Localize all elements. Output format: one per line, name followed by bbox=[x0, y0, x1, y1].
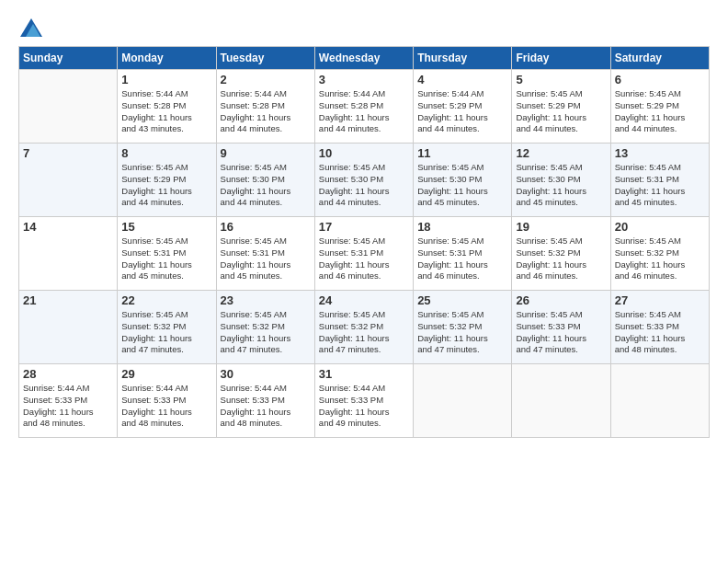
cell-info: Sunrise: 5:45 AM Sunset: 5:29 PM Dayligh… bbox=[615, 88, 705, 135]
cell-info: Sunrise: 5:45 AM Sunset: 5:32 PM Dayligh… bbox=[221, 309, 311, 356]
calendar-cell: 21 bbox=[19, 291, 118, 364]
cell-info: Sunrise: 5:45 AM Sunset: 5:32 PM Dayligh… bbox=[417, 309, 507, 356]
cell-info: Sunrise: 5:45 AM Sunset: 5:30 PM Dayligh… bbox=[319, 162, 409, 209]
calendar-week-row: 78Sunrise: 5:45 AM Sunset: 5:29 PM Dayli… bbox=[19, 144, 710, 217]
cell-info: Sunrise: 5:45 AM Sunset: 5:31 PM Dayligh… bbox=[615, 162, 705, 209]
calendar-cell: 28Sunrise: 5:44 AM Sunset: 5:33 PM Dayli… bbox=[19, 364, 118, 438]
calendar: SundayMondayTuesdayWednesdayThursdayFrid… bbox=[18, 46, 710, 438]
day-number: 15 bbox=[121, 220, 211, 234]
day-number: 1 bbox=[121, 73, 211, 86]
cell-info: Sunrise: 5:44 AM Sunset: 5:29 PM Dayligh… bbox=[417, 88, 507, 135]
cell-info: Sunrise: 5:45 AM Sunset: 5:33 PM Dayligh… bbox=[516, 309, 606, 356]
cell-info: Sunrise: 5:44 AM Sunset: 5:33 PM Dayligh… bbox=[319, 383, 409, 430]
calendar-header-tuesday: Tuesday bbox=[216, 47, 314, 70]
day-number: 23 bbox=[221, 293, 311, 307]
page: SundayMondayTuesdayWednesdayThursdayFrid… bbox=[0, 0, 728, 447]
day-number: 2 bbox=[221, 73, 311, 86]
calendar-week-row: 1Sunrise: 5:44 AM Sunset: 5:28 PM Daylig… bbox=[19, 70, 710, 144]
logo bbox=[18, 18, 42, 37]
day-number: 19 bbox=[516, 220, 606, 234]
calendar-cell: 10Sunrise: 5:45 AM Sunset: 5:30 PM Dayli… bbox=[314, 144, 413, 217]
day-number: 7 bbox=[23, 146, 113, 160]
calendar-cell: 25Sunrise: 5:45 AM Sunset: 5:32 PM Dayli… bbox=[414, 291, 512, 364]
calendar-cell: 7 bbox=[19, 144, 118, 217]
cell-info: Sunrise: 5:45 AM Sunset: 5:30 PM Dayligh… bbox=[221, 162, 311, 209]
calendar-header-sunday: Sunday bbox=[19, 47, 118, 70]
calendar-cell: 27Sunrise: 5:45 AM Sunset: 5:33 PM Dayli… bbox=[610, 291, 709, 364]
calendar-header-thursday: Thursday bbox=[414, 47, 512, 70]
day-number: 31 bbox=[319, 367, 409, 381]
calendar-header-friday: Friday bbox=[512, 47, 610, 70]
day-number: 5 bbox=[516, 73, 606, 86]
cell-info: Sunrise: 5:45 AM Sunset: 5:29 PM Dayligh… bbox=[121, 162, 211, 209]
day-number: 30 bbox=[221, 367, 311, 381]
cell-info: Sunrise: 5:45 AM Sunset: 5:31 PM Dayligh… bbox=[417, 236, 507, 282]
day-number: 25 bbox=[417, 293, 507, 307]
day-number: 14 bbox=[23, 220, 113, 234]
calendar-cell: 6Sunrise: 5:45 AM Sunset: 5:29 PM Daylig… bbox=[610, 70, 709, 144]
calendar-cell bbox=[610, 364, 709, 438]
calendar-header-row: SundayMondayTuesdayWednesdayThursdayFrid… bbox=[19, 47, 710, 70]
cell-info: Sunrise: 5:45 AM Sunset: 5:31 PM Dayligh… bbox=[221, 236, 311, 282]
calendar-cell: 24Sunrise: 5:45 AM Sunset: 5:32 PM Dayli… bbox=[314, 291, 413, 364]
calendar-cell: 12Sunrise: 5:45 AM Sunset: 5:30 PM Dayli… bbox=[512, 144, 610, 217]
calendar-week-row: 28Sunrise: 5:44 AM Sunset: 5:33 PM Dayli… bbox=[19, 364, 710, 438]
cell-info: Sunrise: 5:45 AM Sunset: 5:32 PM Dayligh… bbox=[516, 236, 606, 282]
calendar-cell: 5Sunrise: 5:45 AM Sunset: 5:29 PM Daylig… bbox=[512, 70, 610, 144]
cell-info: Sunrise: 5:44 AM Sunset: 5:28 PM Dayligh… bbox=[319, 88, 409, 135]
calendar-week-row: 1415Sunrise: 5:45 AM Sunset: 5:31 PM Day… bbox=[19, 217, 710, 291]
calendar-cell: 4Sunrise: 5:44 AM Sunset: 5:29 PM Daylig… bbox=[414, 70, 512, 144]
calendar-cell: 20Sunrise: 5:45 AM Sunset: 5:32 PM Dayli… bbox=[610, 217, 709, 291]
calendar-cell: 1Sunrise: 5:44 AM Sunset: 5:28 PM Daylig… bbox=[118, 70, 216, 144]
cell-info: Sunrise: 5:45 AM Sunset: 5:30 PM Dayligh… bbox=[516, 162, 606, 209]
logo-icon bbox=[20, 18, 42, 37]
day-number: 13 bbox=[615, 146, 705, 160]
calendar-cell: 17Sunrise: 5:45 AM Sunset: 5:31 PM Dayli… bbox=[314, 217, 413, 291]
cell-info: Sunrise: 5:44 AM Sunset: 5:28 PM Dayligh… bbox=[121, 88, 211, 135]
cell-info: Sunrise: 5:44 AM Sunset: 5:33 PM Dayligh… bbox=[23, 383, 113, 430]
header bbox=[18, 18, 710, 37]
day-number: 16 bbox=[221, 220, 311, 234]
day-number: 9 bbox=[221, 146, 311, 160]
calendar-cell: 30Sunrise: 5:44 AM Sunset: 5:33 PM Dayli… bbox=[216, 364, 314, 438]
calendar-cell: 13Sunrise: 5:45 AM Sunset: 5:31 PM Dayli… bbox=[610, 144, 709, 217]
cell-info: Sunrise: 5:45 AM Sunset: 5:32 PM Dayligh… bbox=[615, 236, 705, 282]
day-number: 17 bbox=[319, 220, 409, 234]
cell-info: Sunrise: 5:44 AM Sunset: 5:28 PM Dayligh… bbox=[221, 88, 311, 135]
day-number: 27 bbox=[615, 293, 705, 307]
calendar-header-monday: Monday bbox=[118, 47, 216, 70]
calendar-cell: 19Sunrise: 5:45 AM Sunset: 5:32 PM Dayli… bbox=[512, 217, 610, 291]
cell-info: Sunrise: 5:45 AM Sunset: 5:33 PM Dayligh… bbox=[615, 309, 705, 356]
day-number: 20 bbox=[615, 220, 705, 234]
calendar-cell: 22Sunrise: 5:45 AM Sunset: 5:32 PM Dayli… bbox=[118, 291, 216, 364]
calendar-cell bbox=[19, 70, 118, 144]
day-number: 22 bbox=[121, 293, 211, 307]
calendar-cell: 11Sunrise: 5:45 AM Sunset: 5:30 PM Dayli… bbox=[414, 144, 512, 217]
calendar-cell bbox=[512, 364, 610, 438]
calendar-cell bbox=[414, 364, 512, 438]
day-number: 24 bbox=[319, 293, 409, 307]
calendar-header-wednesday: Wednesday bbox=[314, 47, 413, 70]
day-number: 3 bbox=[319, 73, 409, 86]
cell-info: Sunrise: 5:45 AM Sunset: 5:29 PM Dayligh… bbox=[516, 88, 606, 135]
day-number: 21 bbox=[23, 293, 113, 307]
calendar-cell: 18Sunrise: 5:45 AM Sunset: 5:31 PM Dayli… bbox=[414, 217, 512, 291]
cell-info: Sunrise: 5:45 AM Sunset: 5:32 PM Dayligh… bbox=[121, 309, 211, 356]
day-number: 18 bbox=[417, 220, 507, 234]
calendar-cell: 14 bbox=[19, 217, 118, 291]
cell-info: Sunrise: 5:45 AM Sunset: 5:31 PM Dayligh… bbox=[121, 236, 211, 282]
calendar-cell: 31Sunrise: 5:44 AM Sunset: 5:33 PM Dayli… bbox=[314, 364, 413, 438]
day-number: 12 bbox=[516, 146, 606, 160]
calendar-cell: 23Sunrise: 5:45 AM Sunset: 5:32 PM Dayli… bbox=[216, 291, 314, 364]
cell-info: Sunrise: 5:44 AM Sunset: 5:33 PM Dayligh… bbox=[121, 383, 211, 430]
day-number: 11 bbox=[417, 146, 507, 160]
calendar-cell: 2Sunrise: 5:44 AM Sunset: 5:28 PM Daylig… bbox=[216, 70, 314, 144]
calendar-week-row: 2122Sunrise: 5:45 AM Sunset: 5:32 PM Day… bbox=[19, 291, 710, 364]
day-number: 4 bbox=[417, 73, 507, 86]
day-number: 8 bbox=[121, 146, 211, 160]
cell-info: Sunrise: 5:45 AM Sunset: 5:30 PM Dayligh… bbox=[417, 162, 507, 209]
day-number: 10 bbox=[319, 146, 409, 160]
cell-info: Sunrise: 5:45 AM Sunset: 5:32 PM Dayligh… bbox=[319, 309, 409, 356]
calendar-cell: 15Sunrise: 5:45 AM Sunset: 5:31 PM Dayli… bbox=[118, 217, 216, 291]
day-number: 6 bbox=[615, 73, 705, 86]
